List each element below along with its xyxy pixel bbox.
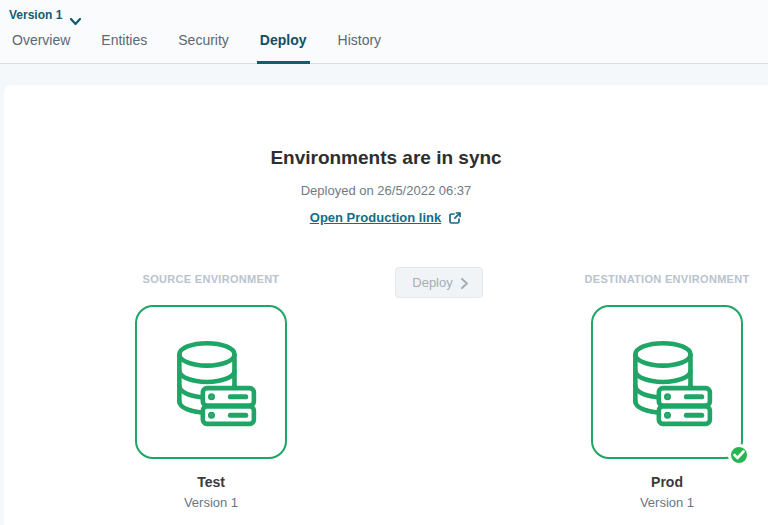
- source-environment-name: Test: [197, 474, 225, 490]
- tab-bar: Overview Entities Security Deploy Histor…: [0, 26, 768, 63]
- production-link-row: Open Production link: [4, 210, 768, 225]
- source-environment-column: SOURCE ENVIRONMENT: [135, 267, 287, 510]
- environments-row: SOURCE ENVIRONMENT: [4, 267, 768, 510]
- database-icon: [618, 333, 716, 431]
- database-icon: [162, 333, 260, 431]
- source-environment-version: Version 1: [184, 495, 238, 510]
- deploy-button[interactable]: Deploy: [395, 267, 482, 298]
- deployed-timestamp: Deployed on 26/5/2022 06:37: [4, 183, 768, 198]
- tab-security[interactable]: Security: [175, 32, 232, 64]
- tab-deploy[interactable]: Deploy: [257, 32, 310, 64]
- chevron-right-icon: [461, 277, 468, 288]
- destination-environment-version: Version 1: [640, 495, 694, 510]
- source-environment-card: [135, 305, 287, 459]
- source-environment-label: SOURCE ENVIRONMENT: [143, 273, 280, 285]
- deploy-button-label: Deploy: [412, 275, 452, 290]
- deploy-panel: Environments are in sync Deployed on 26/…: [4, 85, 768, 525]
- content-background: Environments are in sync Deployed on 26/…: [0, 64, 768, 525]
- sync-status-title: Environments are in sync: [4, 147, 768, 169]
- page-header: Version 1 Overview Entities Security Dep…: [0, 0, 768, 64]
- tab-history[interactable]: History: [335, 32, 385, 64]
- open-production-link[interactable]: Open Production link: [310, 210, 441, 225]
- destination-environment-name: Prod: [651, 474, 683, 490]
- external-link-icon[interactable]: [448, 211, 462, 225]
- check-badge-icon: [728, 444, 750, 466]
- tab-overview[interactable]: Overview: [9, 32, 73, 64]
- version-selector[interactable]: Version 1: [0, 0, 768, 26]
- destination-environment-column: DESTINATION ENVIRONMENT: [591, 267, 743, 510]
- version-selector-label: Version 1: [9, 8, 62, 22]
- chevron-down-icon[interactable]: [70, 12, 81, 20]
- deploy-action-column: Deploy: [287, 267, 591, 298]
- destination-environment-card: [591, 305, 743, 459]
- destination-environment-label: DESTINATION ENVIRONMENT: [585, 273, 750, 285]
- tab-entities[interactable]: Entities: [98, 32, 150, 64]
